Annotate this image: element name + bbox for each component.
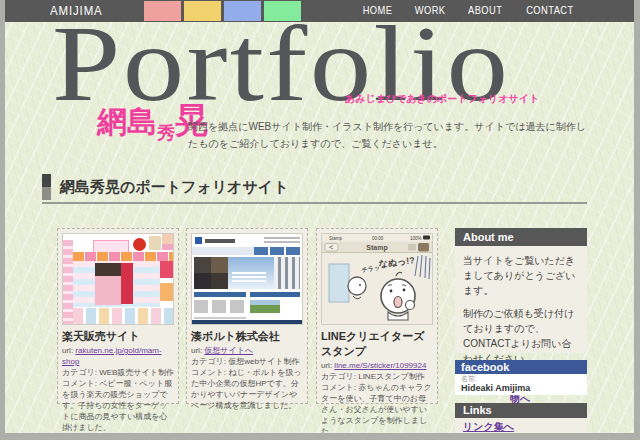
about-me-text-1: 当サイトをご覧いただきましてありがとうございます。: [463, 253, 579, 298]
nav-contact[interactable]: CONTACT: [526, 4, 573, 16]
battery-icon: [423, 236, 430, 240]
bear-icon[interactable]: [418, 243, 429, 252]
thumb2-logo-mark: [195, 237, 202, 244]
page-frame: AMIJIMA HOME WORK ABOUT CONTACT Portfoli…: [0, 0, 640, 440]
thumb2-bolts-photo: [274, 257, 300, 289]
work-card-line-stamp: Stamp 00:00 100% Stamp チラッ なぬ: [316, 228, 438, 404]
back-button[interactable]: [325, 244, 338, 252]
links-body: リンク集へ: [455, 418, 587, 433]
work-comment: コメント: ベビー服・ペット服を扱う楽天の販売ショップです。子持ちの女性をターゲ…: [62, 378, 174, 433]
work-thumbnail-rakuten[interactable]: [62, 233, 174, 325]
url-label: url:: [62, 346, 73, 355]
work-comment: コメント: ねじ・ボルトを扱った中小企業の仮想HPです。分かりやすいバナーデザイ…: [191, 367, 303, 411]
facebook-name-label: 名前:: [461, 375, 581, 383]
thumb2-logo-text: [205, 239, 235, 243]
work-card-rakuten: 楽天販売サイト url: rakuten.ne.jp/gold/mam-shop…: [57, 228, 179, 404]
work-thumbnail-bolt[interactable]: [191, 233, 303, 325]
work-url-line: url: line.me/S/sticker/1099924: [321, 360, 433, 371]
author-name-part1: 網島: [97, 105, 157, 138]
phone-nav-icon[interactable]: [408, 244, 416, 251]
work-thumbnail-line-stamp[interactable]: Stamp 00:00 100% Stamp チラッ なぬ: [321, 233, 433, 325]
work-title: LINEクリエイターズスタンプ: [321, 329, 433, 359]
baby-hand: [406, 301, 415, 310]
thumb2-header-links: [264, 237, 300, 239]
thumb1-nav-buttons: [73, 252, 174, 261]
work-card-bolt: 湊ボルト株式会社 url: 仮想サイトへ カテゴリ: 仮想webサイト制作 コメ…: [186, 228, 308, 404]
thumb1-pattern: [149, 236, 161, 250]
work-url-link[interactable]: 仮想サイトへ: [204, 346, 253, 355]
url-label: url:: [191, 346, 202, 355]
thumb1-girl-photo: [95, 263, 121, 305]
facebook-name-value: Hideaki Amijima: [461, 383, 581, 393]
thumb1-baby-photo: [162, 234, 174, 250]
work-url-link[interactable]: line.me/S/sticker/1099924: [334, 361, 426, 370]
open-mouth: [394, 297, 402, 308]
thumb2-photo-collage: [194, 257, 228, 289]
site-subtitle: あみじまひであきのポートフォリオサイト: [345, 92, 539, 106]
thumb2-hero-text: [232, 272, 266, 274]
about-me-text-2: 制作のご依頼も受け付けておりますので、CONTACTよりお問い合わせください。: [463, 306, 579, 366]
phone-status-carrier: Stamp: [329, 236, 343, 241]
author-name-part2: 秀: [157, 123, 175, 143]
thumb1-right-banners: [160, 261, 174, 307]
work-url-line: url: rakuten.ne.jp/gold/mam-shop: [62, 345, 174, 367]
site-description: 関西を拠点にWEBサイト制作・イラスト制作を行っています。サイトでは過去に制作し…: [188, 119, 586, 152]
thumb2-left-column-items: [194, 300, 246, 313]
page-canvas: AMIJIMA HOME WORK ABOUT CONTACT Portfoli…: [5, 0, 634, 433]
phone-nav-title: Stamp: [366, 244, 387, 252]
thumb1-product-row: [73, 308, 174, 325]
facebook-body: 名前: Hideaki Amijima: [455, 374, 587, 395]
thumb2-left-column-header: [194, 292, 246, 297]
thumb2-right-column-photo: [250, 300, 280, 313]
url-label: url:: [321, 361, 332, 370]
thumb2-nav-buttons: [254, 247, 302, 255]
thumb1-campaign-ribbon: [121, 263, 133, 304]
thumb2-right-column-header: [250, 292, 300, 297]
thumb2-text-lines: [194, 317, 246, 319]
work-comment: コメント: 赤ちゃんのキャラクターを使い、子育て中のお母さん・お父さんが使いやす…: [321, 382, 433, 433]
about-me-body: 当サイトをご覧いただきましてありがとうございます。 制作のご依頼も受け付けており…: [455, 246, 587, 353]
section-divider: [42, 202, 587, 204]
link-collection-link[interactable]: リンク集へ: [463, 421, 514, 432]
phone-status-battery-pct: 100%: [410, 236, 422, 241]
about-me-header: About me: [455, 228, 587, 246]
phone-status-time: 00:00: [372, 236, 384, 241]
peeking-baby-head: [348, 277, 366, 295]
section-accent-bar: [42, 174, 51, 200]
thumb2-footer-bar: [192, 320, 302, 324]
work-category: カテゴリ: 仮想webサイト制作: [191, 356, 303, 367]
line-stamp-illustration: Stamp 00:00 100% Stamp チラッ なぬ: [322, 234, 432, 324]
work-category: カテゴリ: LINEスタンプ制作: [321, 371, 433, 382]
facebook-header[interactable]: facebook: [455, 360, 587, 374]
links-header: Links: [455, 403, 587, 418]
work-url-line: url: 仮想サイトへ: [191, 345, 303, 356]
work-url-link[interactable]: rakuten.ne.jp/gold/mam-shop: [62, 346, 162, 366]
section-title: 網島秀晃のポートフォリオサイト: [60, 178, 289, 197]
thumb1-sidebar: [63, 240, 73, 325]
thumb1-red-circle: [133, 238, 146, 251]
work-title: 楽天販売サイト: [62, 329, 174, 344]
door-shape: [329, 264, 349, 302]
work-title: 湊ボルト株式会社: [191, 329, 303, 344]
work-category: カテゴリ: WEB販売サイト制作: [62, 367, 174, 378]
